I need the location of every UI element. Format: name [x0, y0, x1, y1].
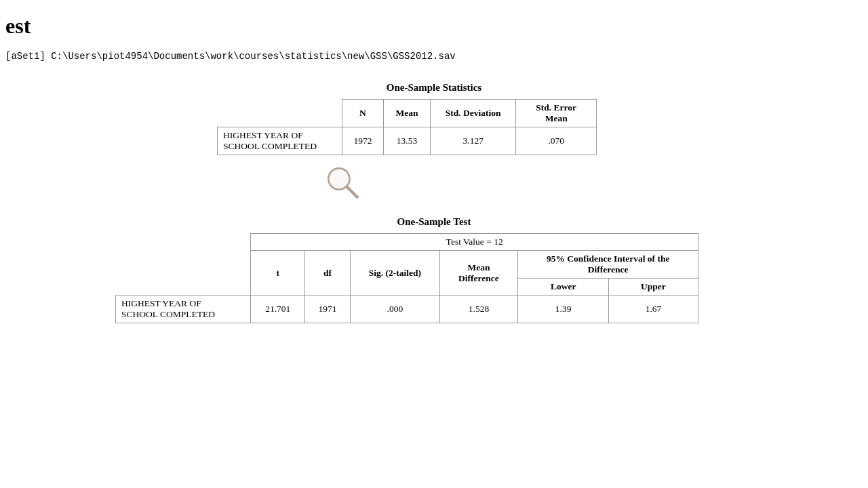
table-row: HIGHEST YEAR OF SCHOOL COMPLETED 1972 13…	[218, 127, 597, 155]
test-section-title: One-Sample Test	[0, 216, 868, 228]
test-table: Test Value = 12 t df Sig. (2-tailed) Mea…	[115, 233, 698, 323]
file-path: [aSet1] C:\Users\piot4954\Documents\work…	[5, 51, 868, 62]
col-header-upper: Upper	[608, 279, 698, 296]
test-value-header: Test Value = 12	[251, 234, 698, 251]
svg-line-2	[347, 186, 357, 197]
value-mean-diff: 1.528	[439, 296, 518, 323]
col-header-t: t	[251, 251, 305, 296]
col-header-lower: Lower	[518, 279, 609, 296]
col-header-std-deviation: Std. Deviation	[430, 100, 516, 127]
value-t: 21.701	[251, 296, 305, 323]
value-mean: 13.53	[384, 127, 431, 155]
magnifier-container	[0, 176, 868, 209]
col-header-n: N	[342, 100, 384, 127]
test-section: One-Sample Test Test Value = 12 t df Sig…	[0, 216, 868, 323]
value-std-error-mean: .070	[516, 127, 597, 155]
statistics-table: N Mean Std. Deviation Std. ErrorMean HIG…	[217, 99, 597, 155]
col-header-mean: Mean	[384, 100, 431, 127]
value-std-dev: 3.127	[430, 127, 516, 155]
value-sig: .000	[351, 296, 440, 323]
row-label-test: HIGHEST YEAR OF SCHOOL COMPLETED	[116, 296, 251, 323]
col-header-confidence: 95% Confidence Interval of theDifference	[518, 251, 698, 279]
value-n: 1972	[342, 127, 384, 155]
col-header-df: df	[305, 251, 351, 296]
col-header-sig: Sig. (2-tailed)	[351, 251, 440, 296]
row-label-stats: HIGHEST YEAR OF SCHOOL COMPLETED	[218, 127, 342, 155]
magnifier-icon	[326, 165, 361, 201]
statistics-section-title: One-Sample Statistics	[0, 82, 868, 94]
col-header-mean-diff: MeanDifference	[439, 251, 518, 296]
col-header-std-error-mean: Std. ErrorMean	[516, 100, 597, 127]
page-title: est	[5, 14, 868, 39]
value-lower: 1.39	[518, 296, 609, 323]
value-upper: 1.67	[608, 296, 698, 323]
table-row: HIGHEST YEAR OF SCHOOL COMPLETED 21.701 …	[116, 296, 698, 323]
value-df: 1971	[305, 296, 351, 323]
statistics-section: One-Sample Statistics N Mean Std. Deviat…	[0, 82, 868, 155]
